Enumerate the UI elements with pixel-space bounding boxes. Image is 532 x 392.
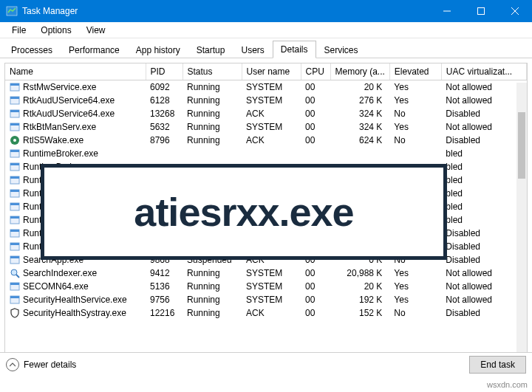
table-row[interactable]: RtkBtManServ.exe5632RunningSYSTEM00324 K…: [5, 120, 527, 134]
table-row[interactable]: SECOMN64.exe5136RunningSYSTEM0020 KYesNo…: [5, 280, 527, 293]
cell-cpu: 00: [301, 120, 330, 134]
cell-uac: bled: [441, 213, 526, 227]
process-name: RstMwService.exe: [23, 82, 96, 92]
chevron-up-icon: [6, 358, 19, 371]
table-row[interactable]: SearchIndexer.exe9412RunningSYSTEM0020,9…: [5, 267, 527, 280]
process-icon: [10, 255, 20, 265]
cell-elevated: No: [389, 134, 441, 147]
table-row[interactable]: SecurityHealthService.exe9756RunningSYST…: [5, 293, 527, 306]
process-icon: [10, 228, 20, 238]
cell-status: Running: [183, 107, 242, 120]
cell-memory: 192 K: [330, 293, 389, 306]
svg-line-34: [16, 275, 19, 278]
cell-pid: 9412: [146, 267, 183, 280]
table-row[interactable]: RuntimeBroker.exebled: [5, 147, 527, 160]
cell-status: Running: [183, 134, 242, 147]
menu-view[interactable]: View: [79, 24, 113, 37]
cell-cpu: 00: [301, 293, 330, 306]
column-headers: Name PID Status User name CPU Memory (a.…: [5, 63, 527, 80]
cell-pid: 12216: [146, 306, 183, 320]
cell-uac: bled: [441, 147, 526, 160]
scroll-thumb[interactable]: [518, 112, 525, 179]
end-task-button[interactable]: End task: [469, 356, 526, 374]
overlay-banner: atiesrxx.exe: [41, 164, 447, 260]
table-row[interactable]: RtkAudUService64.exe6128RunningSYSTEM002…: [5, 94, 527, 107]
svg-rect-18: [10, 163, 19, 165]
tab-strip: Processes Performance App history Startu…: [0, 38, 532, 58]
menu-options[interactable]: Options: [33, 24, 78, 37]
overlay-text: atiesrxx.exe: [134, 189, 353, 235]
col-pid[interactable]: PID: [146, 63, 183, 80]
process-icon: [10, 109, 20, 119]
tab-startup[interactable]: Startup: [188, 41, 233, 58]
svg-rect-6: [10, 83, 19, 86]
tab-users[interactable]: Users: [233, 41, 272, 58]
cell-elevated: Yes: [389, 80, 441, 94]
cell-user: [242, 147, 301, 160]
tab-performance[interactable]: Performance: [61, 41, 128, 58]
col-name[interactable]: Name: [5, 63, 146, 80]
cell-uac: Not allowed: [441, 80, 526, 94]
col-cpu[interactable]: CPU: [301, 63, 330, 80]
cell-memory: 624 K: [330, 134, 389, 147]
cell-uac: Disabled: [441, 227, 526, 240]
menubar: File Options View: [0, 22, 532, 38]
svg-rect-30: [10, 243, 19, 245]
fewer-details-label: Fewer details: [24, 360, 76, 370]
table-row[interactable]: RtlS5Wake.exe8796RunningACK00624 KNoDisa…: [5, 134, 527, 147]
tab-processes[interactable]: Processes: [3, 41, 61, 58]
svg-rect-28: [10, 230, 19, 232]
task-manager-icon: [6, 5, 18, 17]
process-name: RtkBtManServ.exe: [23, 122, 96, 132]
cell-memory: 152 K: [330, 306, 389, 320]
cell-uac: bled: [441, 187, 526, 200]
cell-status: Running: [183, 280, 242, 293]
col-uac[interactable]: UAC virtualizat...: [441, 63, 526, 80]
process-name: SearchIndexer.exe: [23, 268, 97, 278]
cell-cpu: 00: [301, 306, 330, 320]
table-row[interactable]: SecurityHealthSystray.exe12216RunningACK…: [5, 306, 527, 320]
cell-pid: 13268: [146, 107, 183, 120]
menu-file[interactable]: File: [4, 24, 33, 37]
cell-status: Running: [183, 293, 242, 306]
cell-elevated: Yes: [389, 293, 441, 306]
cell-user: SYSTEM: [242, 293, 301, 306]
col-user[interactable]: User name: [242, 63, 301, 80]
vertical-scrollbar[interactable]: [516, 83, 527, 369]
table-row[interactable]: RstMwService.exe6092RunningSYSTEM0020 KY…: [5, 80, 527, 94]
col-status[interactable]: Status: [183, 63, 242, 80]
svg-rect-10: [10, 110, 19, 112]
process-icon: [10, 308, 20, 318]
cell-uac: Disabled: [441, 306, 526, 320]
tab-services[interactable]: Services: [316, 41, 366, 58]
cell-user: SYSTEM: [242, 267, 301, 280]
minimize-button[interactable]: [430, 0, 464, 22]
svg-rect-38: [10, 296, 19, 298]
process-name: RuntimeBroker.exe: [23, 148, 98, 159]
watermark: wsxdn.com: [487, 380, 528, 389]
process-icon: [10, 268, 20, 278]
cell-elevated: Yes: [389, 280, 441, 293]
svg-point-33: [11, 269, 17, 275]
fewer-details-button[interactable]: Fewer details: [6, 358, 76, 371]
maximize-button[interactable]: [464, 0, 498, 22]
table-row[interactable]: RtkAudUService64.exe13268RunningACK00324…: [5, 107, 527, 120]
cell-user: ACK: [242, 134, 301, 147]
col-elevated[interactable]: Elevated: [389, 63, 441, 80]
tab-details[interactable]: Details: [273, 41, 316, 58]
svg-point-14: [13, 139, 16, 142]
cell-uac: Disabled: [441, 134, 526, 147]
cell-cpu: 00: [301, 80, 330, 94]
tab-app-history[interactable]: App history: [128, 41, 188, 58]
col-memory[interactable]: Memory (a...: [330, 63, 389, 80]
cell-cpu: 00: [301, 94, 330, 107]
process-icon: [10, 135, 20, 145]
cell-elevated: [389, 147, 441, 160]
cell-memory: 20 K: [330, 280, 389, 293]
cell-pid: 8796: [146, 134, 183, 147]
close-button[interactable]: [498, 0, 532, 22]
cell-memory: 324 K: [330, 107, 389, 120]
process-name: SecurityHealthSystray.exe: [23, 308, 126, 318]
cell-elevated: Yes: [389, 94, 441, 107]
process-name: RtkAudUService64.exe: [23, 109, 115, 119]
